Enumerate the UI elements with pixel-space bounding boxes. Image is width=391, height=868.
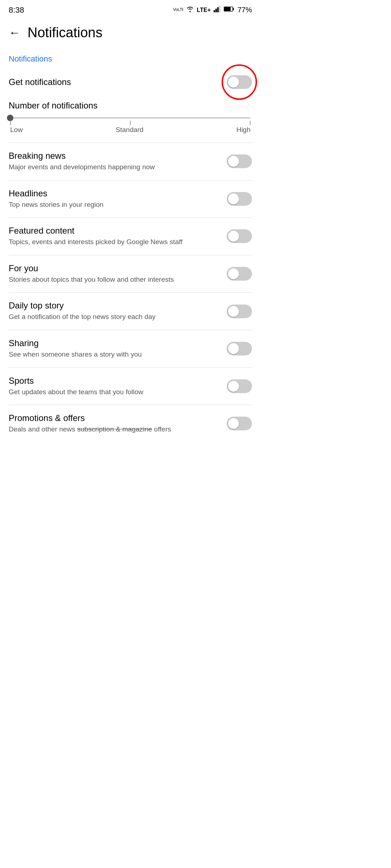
for-you-text: For you Stories about topics that you fo… — [9, 263, 219, 285]
notification-items-container: Breaking news Major events and developme… — [0, 142, 261, 442]
slider-label-low: Low — [10, 126, 23, 134]
promotions-offers-toggle-thumb — [228, 418, 239, 429]
for-you-row: For you Stories about topics that you fo… — [0, 255, 261, 293]
promotions-offers-title: Promotions & offers — [9, 413, 219, 423]
sharing-toggle[interactable] — [227, 342, 252, 356]
section-notifications-label: Notifications — [0, 47, 261, 67]
tick-standard — [130, 121, 131, 125]
sports-toggle-container — [227, 379, 252, 393]
sharing-row: Sharing See when someone shares a story … — [0, 330, 261, 367]
get-notifications-toggle[interactable] — [227, 75, 252, 89]
status-right: VoLTE LTE+ 77% — [173, 5, 252, 15]
get-notifications-toggle-thumb — [228, 77, 239, 88]
promotions-offers-text: Promotions & offers Deals and other news… — [9, 413, 219, 434]
tick-high — [250, 121, 251, 125]
breaking-news-toggle-thumb — [228, 156, 239, 167]
svg-rect-1 — [214, 10, 215, 12]
page-title: Notifications — [28, 25, 102, 41]
slider-section: Number of notifications Low Standard Hig… — [0, 97, 261, 142]
for-you-toggle-thumb — [228, 268, 239, 279]
headlines-toggle[interactable] — [227, 192, 252, 206]
promotions-offers-desc: Deals and other news subscription & maga… — [9, 425, 219, 434]
lte-icon: LTE+ — [197, 7, 211, 13]
sports-row: Sports Get updates about the teams that … — [0, 368, 261, 405]
promotions-offers-toggle-container — [227, 417, 252, 430]
daily-top-story-text: Daily top story Get a notification of th… — [9, 301, 219, 322]
sports-toggle[interactable] — [227, 379, 252, 393]
slider-label-high: High — [236, 126, 251, 134]
breaking-news-title: Breaking news — [9, 151, 219, 161]
page-header: ← Notifications — [0, 18, 261, 47]
sports-text: Sports Get updates about the teams that … — [9, 376, 219, 397]
headlines-desc: Top news stories in your region — [9, 200, 219, 210]
for-you-title: For you — [9, 263, 219, 273]
promotions-offers-row: Promotions & offers Deals and other news… — [0, 405, 261, 442]
headlines-toggle-container — [227, 192, 252, 206]
headlines-text: Headlines Top news stories in your regio… — [9, 188, 219, 210]
headlines-row: Headlines Top news stories in your regio… — [0, 180, 261, 218]
back-button[interactable]: ← — [9, 26, 20, 39]
svg-rect-4 — [219, 6, 220, 12]
volte-icon: VoLTE — [173, 5, 183, 15]
wifi-icon — [186, 6, 194, 14]
featured-content-text: Featured content Topics, events and inte… — [9, 226, 219, 247]
daily-top-story-row: Daily top story Get a notification of th… — [0, 293, 261, 330]
slider-labels: Low Standard High — [10, 126, 251, 134]
for-you-toggle-container — [227, 267, 252, 281]
svg-rect-3 — [217, 7, 219, 12]
sports-title: Sports — [9, 376, 219, 386]
battery-percent: 77% — [237, 6, 252, 14]
slider-title: Number of notifications — [9, 101, 252, 111]
headlines-title: Headlines — [9, 188, 219, 199]
featured-content-title: Featured content — [9, 226, 219, 236]
get-notifications-title: Get notifications — [9, 77, 219, 87]
status-time: 8:38 — [9, 5, 24, 15]
slider-track-container[interactable]: Low Standard High — [9, 117, 252, 134]
sharing-title: Sharing — [9, 338, 219, 348]
sharing-toggle-thumb — [228, 343, 239, 354]
status-bar: 8:38 VoLTE LTE+ — [0, 0, 261, 18]
featured-content-desc: Topics, events and interests picked by G… — [9, 237, 219, 247]
breaking-news-toggle[interactable] — [227, 154, 252, 168]
featured-content-toggle[interactable] — [227, 229, 252, 243]
featured-content-toggle-thumb — [228, 231, 239, 242]
slider-thumb[interactable] — [7, 115, 13, 121]
sharing-toggle-container — [227, 342, 252, 356]
svg-rect-2 — [215, 9, 217, 12]
tick-low — [10, 121, 11, 125]
daily-top-story-toggle-thumb — [228, 306, 239, 317]
get-notifications-text: Get notifications — [9, 77, 219, 87]
slider-label-standard: Standard — [115, 126, 143, 134]
breaking-news-text: Breaking news Major events and developme… — [9, 151, 219, 172]
sports-desc: Get updates about the teams that you fol… — [9, 387, 219, 397]
svg-rect-6 — [233, 8, 234, 10]
daily-top-story-title: Daily top story — [9, 301, 219, 311]
sports-toggle-thumb — [228, 381, 239, 392]
get-notifications-toggle-container — [227, 75, 252, 89]
for-you-desc: Stories about topics that you follow and… — [9, 275, 219, 285]
headlines-toggle-thumb — [228, 193, 239, 204]
daily-top-story-desc: Get a notification of the top news story… — [9, 312, 219, 322]
slider-ticks — [10, 121, 251, 125]
slider-track — [10, 117, 251, 119]
get-notifications-row: Get notifications — [0, 67, 261, 97]
svg-rect-7 — [224, 7, 231, 11]
battery-icon — [224, 6, 235, 14]
svg-text:VoLTE: VoLTE — [173, 7, 183, 12]
sharing-text: Sharing See when someone shares a story … — [9, 338, 219, 359]
breaking-news-desc: Major events and developments happening … — [9, 162, 219, 172]
sharing-desc: See when someone shares a story with you — [9, 350, 219, 359]
featured-content-row: Featured content Topics, events and inte… — [0, 218, 261, 255]
breaking-news-toggle-container — [227, 154, 252, 168]
signal-icon — [214, 6, 221, 14]
daily-top-story-toggle[interactable] — [227, 305, 252, 318]
breaking-news-row: Breaking news Major events and developme… — [0, 143, 261, 180]
featured-content-toggle-container — [227, 229, 252, 243]
promotions-offers-toggle[interactable] — [227, 417, 252, 430]
for-you-toggle[interactable] — [227, 267, 252, 281]
daily-top-story-toggle-container — [227, 305, 252, 318]
